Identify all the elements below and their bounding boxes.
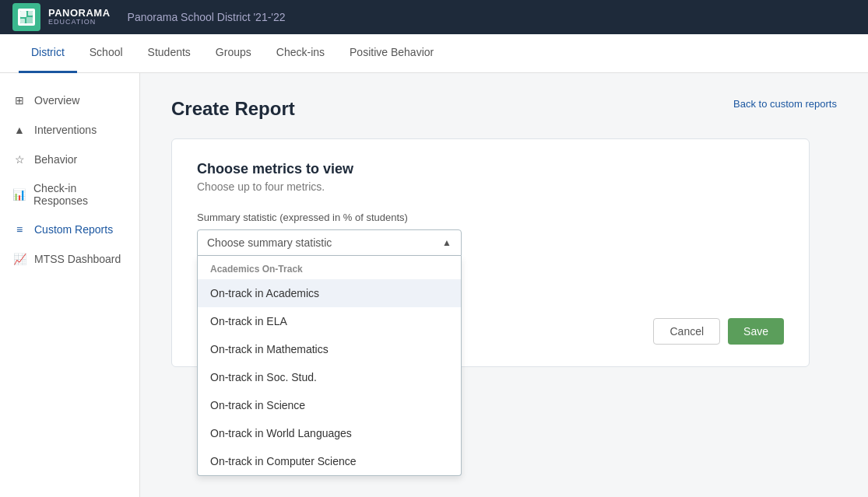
logo-text: PANORAMA EDUCATION [48, 8, 111, 26]
sidebar-label-interventions: Interventions [34, 124, 97, 136]
top-bar: PANORAMA EDUCATION Panorama School Distr… [0, 0, 868, 34]
svg-rect-3 [26, 17, 33, 23]
card-title: Choose metrics to view [197, 161, 784, 177]
dropdown-placeholder: Choose summary statistic [207, 236, 332, 249]
nav-tab-students[interactable]: Students [135, 34, 203, 73]
field-label-summary-statistic: Summary statistic (expressed in % of stu… [197, 212, 784, 223]
grid-icon: ⊞ [12, 93, 26, 107]
sidebar-item-checkin-responses[interactable]: 📊 Check-in Responses [0, 174, 139, 215]
sidebar-item-custom-reports[interactable]: ≡ Custom Reports [0, 215, 139, 244]
sidebar: ⊞ Overview ▲ Interventions ☆ Behavior 📊 … [0, 73, 140, 497]
star-icon: ☆ [12, 152, 26, 166]
card-subtitle: Choose up to four metrics. [197, 180, 784, 193]
sidebar-label-checkin: Check-in Responses [33, 182, 127, 207]
sidebar-label-overview: Overview [34, 94, 79, 107]
district-name: Panorama School District '21-'22 [128, 11, 286, 23]
logo-area: PANORAMA EDUCATION Panorama School Distr… [12, 3, 286, 31]
nav-tab-positive-behavior[interactable]: Positive Behavior [337, 34, 446, 73]
sidebar-label-behavior: Behavior [34, 153, 77, 166]
cancel-button[interactable]: Cancel [653, 318, 720, 345]
svg-rect-2 [20, 19, 25, 23]
save-button[interactable]: Save [728, 318, 784, 345]
logo-main: PANORAMA [48, 8, 111, 19]
dropdown-option-4[interactable]: On-track in Science [198, 391, 461, 419]
dropdown-option-1[interactable]: On-track in ELA [198, 307, 461, 335]
sidebar-item-mtss[interactable]: 📈 MTSS Dashboard [0, 244, 139, 274]
dropdown-option-3[interactable]: On-track in Soc. Stud. [198, 363, 461, 391]
bar-chart-icon: 📊 [12, 187, 26, 201]
nav-tab-district[interactable]: District [19, 34, 77, 73]
summary-statistic-dropdown[interactable]: Choose summary statistic ▲ Academics On-… [197, 229, 462, 256]
list-icon: ≡ [12, 222, 26, 236]
sidebar-item-behavior[interactable]: ☆ Behavior [0, 145, 139, 174]
layout: ⊞ Overview ▲ Interventions ☆ Behavior 📊 … [0, 73, 868, 497]
sidebar-label-mtss: MTSS Dashboard [34, 253, 121, 265]
dropdown-trigger[interactable]: Choose summary statistic ▲ [197, 229, 462, 256]
secondary-nav: District School Students Groups Check-in… [0, 34, 868, 73]
back-to-custom-reports-link[interactable]: Back to custom reports [733, 98, 837, 110]
panorama-logo-icon [12, 3, 40, 31]
sidebar-item-overview[interactable]: ⊞ Overview [0, 86, 139, 115]
nav-tab-school[interactable]: School [77, 34, 135, 73]
dropdown-group-academics: Academics On-Track [198, 256, 461, 279]
create-report-card: Choose metrics to view Choose up to four… [171, 138, 810, 367]
sidebar-label-custom-reports: Custom Reports [34, 223, 113, 236]
svg-rect-0 [20, 11, 26, 17]
nav-tab-groups[interactable]: Groups [203, 34, 264, 73]
triangle-icon: ▲ [12, 123, 26, 137]
dropdown-option-2[interactable]: On-track in Mathematics [198, 335, 461, 363]
chevron-up-icon: ▲ [442, 237, 452, 248]
svg-rect-1 [28, 11, 33, 16]
nav-tab-checkins[interactable]: Check-ins [264, 34, 337, 73]
dropdown-menu: Academics On-Track On-track in Academics… [197, 256, 462, 476]
dropdown-option-5[interactable]: On-track in World Languages [198, 419, 461, 447]
main-content: Create Report Back to custom reports Cho… [140, 73, 868, 497]
sidebar-item-interventions[interactable]: ▲ Interventions [0, 115, 139, 145]
bar-mini-icon: 📈 [12, 252, 26, 266]
dropdown-option-6[interactable]: On-track in Computer Science [198, 447, 461, 475]
dropdown-option-0[interactable]: On-track in Academics [198, 279, 461, 307]
logo-sub: EDUCATION [48, 19, 111, 26]
